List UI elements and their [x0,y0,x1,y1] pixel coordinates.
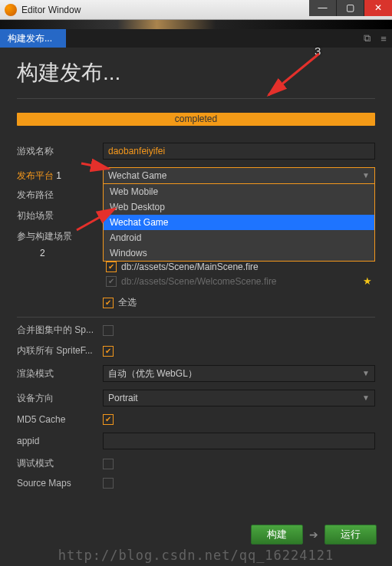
star-icon: ★ [363,275,375,287]
merge-atlas-checkbox[interactable] [103,325,114,336]
label-build-scenes: 参与构建场景 2 [17,230,103,258]
decorative-glass-strip [0,20,392,29]
chevron-down-icon: ▼ [362,390,370,406]
label-md5: MD5 Cache [17,414,103,425]
page-title: 构建发布... [17,58,375,87]
inline-sprite-checkbox[interactable] [103,346,114,357]
game-name-input[interactable]: daobanfeiyifei [103,143,375,160]
label-select-all: 全选 [118,296,137,309]
progress-bar: completed [17,113,375,126]
tab-label: 构建发布... [8,32,52,45]
watermark-text: http://blog.csdn.net/qq_16224121 [0,548,392,563]
popout-icon[interactable]: ⧉ [358,29,375,48]
scene-item[interactable]: db://assets/Scene/WelcomeScene.fire ★ [103,274,375,288]
select-all-checkbox[interactable] [103,298,114,308]
label-game-name: 游戏名称 [17,145,103,158]
label-debug: 调试模式 [17,457,103,470]
label-inline-sprite: 内联所有 SpriteF... [17,344,103,357]
window-close-button[interactable]: ✕ [364,0,392,16]
progress-text: completed [175,114,217,124]
app-logo-icon [5,4,17,16]
label-source-maps: Source Maps [17,478,103,489]
md5-checkbox[interactable] [103,414,114,425]
platform-option[interactable]: Wechat Game [104,215,374,230]
window-maximize-button[interactable]: ▢ [337,0,364,16]
label-publish-path: 发布路径 [17,189,103,202]
chevron-down-icon: ▼ [362,366,370,381]
window-minimize-button[interactable]: — [309,0,337,16]
platform-selected-value: Wechat Game [108,168,166,183]
tab-build-publish[interactable]: 构建发布... [0,29,66,48]
platform-option[interactable]: Android [104,230,374,245]
main-panel: 构建发布... completed 游戏名称 daobanfeiyifei 发布… [0,48,392,489]
label-merge-atlas: 合并图集中的 Sp... [17,324,103,337]
debug-checkbox[interactable] [103,459,114,469]
platform-option[interactable]: Web Desktop [104,199,374,215]
source-maps-checkbox[interactable] [103,478,114,489]
platform-option[interactable]: Windows [104,245,374,261]
platform-option[interactable]: Web Mobile [104,184,374,199]
window-controls: — ▢ ✕ [309,0,392,16]
platform-dropdown: Web Mobile Web Desktop Wechat Game Andro… [103,184,375,262]
run-button[interactable]: 运行 [324,525,377,545]
chevron-down-icon: ▼ [362,168,370,183]
arrow-right-icon: ➔ [309,528,318,541]
device-orient-select[interactable]: Portrait ▼ [103,390,375,406]
label-render-mode: 渲染模式 [17,367,103,380]
platform-select[interactable]: Wechat Game ▼ [103,167,375,184]
appid-input[interactable] [103,433,375,449]
label-init-scene: 初始场景 [17,209,103,222]
scene-checkbox[interactable] [106,276,117,287]
label-platform: 发布平台 1 [17,169,103,183]
render-mode-select[interactable]: 自动（优先 WebGL） ▼ [103,365,375,382]
scene-checkbox[interactable] [106,262,117,272]
tab-bar: 构建发布... ⧉ ≡ [0,29,392,48]
menu-icon[interactable]: ≡ [375,29,392,48]
label-appid: appid [17,436,103,446]
label-device-orient: 设备方向 [17,392,103,405]
build-button[interactable]: 构建 [251,525,303,545]
footer-buttons: 构建 ➔ 运行 [251,525,377,545]
